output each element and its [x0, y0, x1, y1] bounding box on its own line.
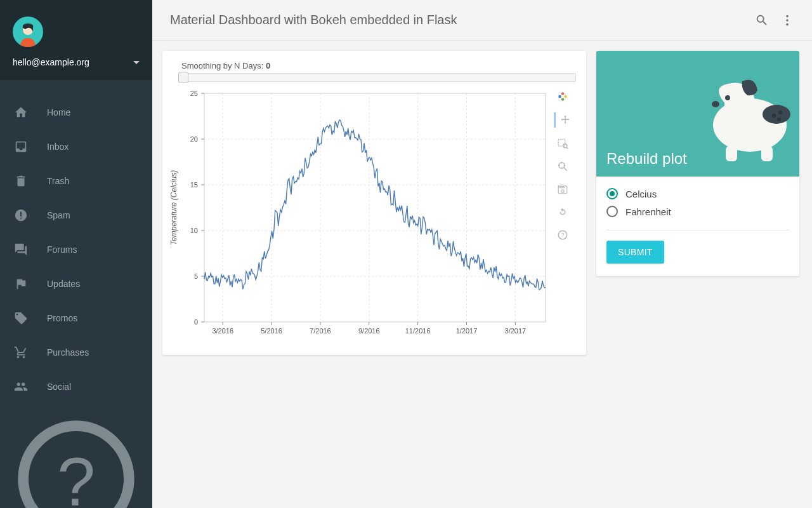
search-icon[interactable] — [755, 13, 769, 27]
sidebar-item-forums[interactable]: Forums — [0, 232, 152, 267]
sidebar-item-label: Trash — [47, 176, 69, 186]
svg-rect-65 — [761, 146, 773, 161]
svg-rect-2 — [20, 212, 22, 217]
sidebar: hello@example.org Home Inbox Trash Spam — [0, 0, 152, 508]
sidebar-item-promos[interactable]: Promos — [0, 301, 152, 335]
sidebar-item-home[interactable]: Home — [0, 95, 152, 130]
svg-text:1/2017: 1/2017 — [456, 327, 478, 335]
radio-fahrenheit[interactable]: Fahrenheit — [606, 206, 789, 217]
svg-rect-8 — [204, 93, 546, 322]
svg-text:25: 25 — [190, 90, 198, 97]
sidebar-item-label: Home — [47, 107, 70, 117]
sidebar-item-social[interactable]: Social — [0, 370, 152, 404]
card-title: Rebuild plot — [606, 150, 687, 168]
save-tool-icon[interactable] — [556, 182, 570, 196]
svg-point-61 — [763, 105, 790, 124]
svg-point-67 — [778, 110, 782, 114]
inbox-icon — [14, 140, 28, 154]
svg-point-6 — [786, 19, 789, 22]
svg-text:0: 0 — [194, 318, 198, 326]
svg-line-57 — [564, 168, 567, 171]
pan-tool-icon[interactable] — [558, 113, 572, 127]
svg-point-50 — [564, 95, 567, 98]
box-zoom-tool-icon[interactable] — [556, 137, 570, 150]
svg-point-52 — [558, 95, 561, 98]
svg-point-7 — [786, 23, 789, 25]
svg-point-49 — [561, 92, 565, 95]
bokeh-logo-icon[interactable] — [556, 90, 570, 104]
sidebar-item-label: Updates — [47, 279, 80, 289]
svg-text:15: 15 — [190, 181, 198, 189]
sidebar-item-label: Social — [47, 382, 71, 392]
topbar: Material Dashboard with Bokeh embedded i… — [152, 0, 812, 41]
sidebar-item-label: Promos — [47, 313, 77, 323]
slider-label-prefix: Smoothing by N Days: — [181, 61, 266, 70]
svg-text:5/2016: 5/2016 — [261, 327, 282, 335]
svg-rect-53 — [558, 139, 565, 146]
bokeh-toolbar: ? — [553, 87, 572, 341]
slider-thumb[interactable] — [178, 72, 188, 83]
svg-rect-64 — [726, 146, 737, 161]
smoothing-slider[interactable] — [181, 73, 576, 82]
avatar[interactable] — [13, 17, 43, 47]
sidebar-footer: ? — [0, 404, 152, 508]
flag-icon — [14, 277, 28, 291]
svg-text:?: ? — [57, 443, 95, 508]
radio-celcius[interactable]: Celcius — [606, 188, 789, 199]
svg-line-55 — [566, 147, 568, 149]
radio-label: Fahrenheit — [625, 206, 671, 217]
sidebar-item-label: Inbox — [47, 142, 69, 152]
chart-card: Smoothing by N Days: 0 05101520253/20165… — [162, 51, 586, 355]
unit-options: Celcius Fahrenheit — [596, 177, 799, 226]
home-icon — [14, 105, 28, 119]
svg-text:10: 10 — [190, 227, 198, 234]
svg-text:11/2016: 11/2016 — [405, 327, 431, 335]
wheel-zoom-tool-icon[interactable] — [556, 159, 570, 173]
svg-point-63 — [712, 101, 719, 107]
radio-icon — [606, 188, 618, 199]
sidebar-header: hello@example.org — [0, 0, 152, 80]
error-icon — [14, 208, 28, 222]
svg-text:5: 5 — [194, 272, 198, 280]
cart-icon — [14, 345, 28, 359]
card-hero: Rebuild plot — [596, 51, 799, 177]
slider-value: 0 — [266, 61, 270, 70]
svg-point-51 — [561, 98, 565, 101]
svg-rect-3 — [20, 218, 22, 219]
sidebar-nav: Home Inbox Trash Spam Forums Updates — [0, 80, 152, 404]
sidebar-item-trash[interactable]: Trash — [0, 164, 152, 198]
more-vert-icon[interactable] — [780, 13, 794, 27]
reset-tool-icon[interactable] — [556, 205, 570, 219]
sidebar-item-updates[interactable]: Updates — [0, 267, 152, 301]
people-icon — [14, 380, 28, 394]
slider-label: Smoothing by N Days: 0 — [166, 61, 582, 70]
sidebar-item-inbox[interactable]: Inbox — [0, 130, 152, 164]
radio-label: Celcius — [625, 189, 657, 199]
help-tool-icon[interactable]: ? — [556, 228, 570, 242]
svg-text:?: ? — [561, 232, 565, 238]
svg-text:9/2016: 9/2016 — [358, 327, 380, 335]
radio-icon — [606, 206, 618, 217]
submit-label: Submit — [618, 247, 653, 257]
temperature-chart[interactable]: 05101520253/20165/20167/20169/201611/201… — [166, 87, 553, 341]
dog-illustration — [680, 65, 794, 166]
trash-icon — [14, 174, 28, 188]
sidebar-item-spam[interactable]: Spam — [0, 198, 152, 232]
sidebar-item-label: Purchases — [47, 347, 89, 358]
forum-icon — [14, 243, 28, 257]
svg-point-66 — [772, 114, 776, 117]
svg-text:7/2016: 7/2016 — [310, 327, 331, 335]
svg-text:20: 20 — [190, 135, 198, 143]
submit-button[interactable]: Submit — [606, 241, 664, 264]
svg-point-62 — [725, 95, 730, 100]
sidebar-item-purchases[interactable]: Purchases — [0, 335, 152, 370]
svg-text:Temperature (Celcius): Temperature (Celcius) — [169, 170, 178, 245]
svg-point-5 — [786, 15, 789, 17]
user-email: hello@example.org — [13, 57, 89, 67]
svg-point-68 — [777, 117, 781, 121]
page-title: Material Dashboard with Bokeh embedded i… — [170, 13, 755, 27]
chevron-down-icon[interactable] — [133, 61, 140, 64]
sidebar-item-label: Spam — [47, 210, 70, 220]
tag-icon — [14, 311, 28, 325]
svg-text:3/2017: 3/2017 — [505, 327, 527, 335]
